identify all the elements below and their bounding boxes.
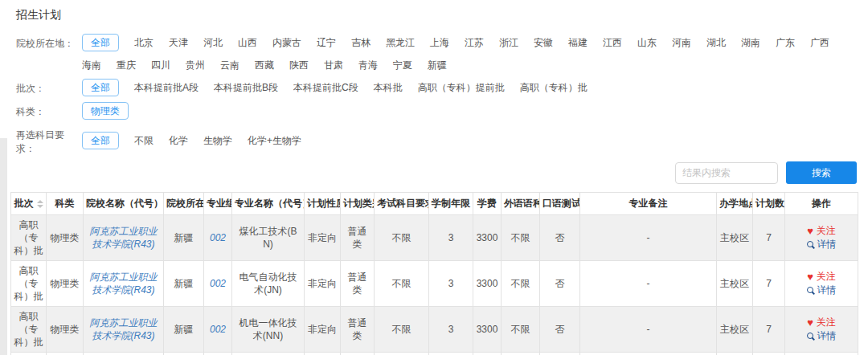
- filter-option-province-20[interactable]: 广西: [810, 35, 829, 51]
- college-link[interactable]: 阿克苏工业职业技术学院(R43): [90, 317, 158, 341]
- follow-line: ♥关注: [788, 224, 855, 238]
- filter-option-province-9[interactable]: 上海: [430, 35, 449, 51]
- cell-major: 机电一体化技术(NN): [232, 307, 305, 353]
- filter-option-province-6[interactable]: 辽宁: [317, 35, 336, 51]
- cell-plan-nature: 非定向: [305, 261, 341, 307]
- cell-oral-test: 否: [540, 307, 580, 353]
- filter-label-reselect-subject: 再选科目要求：: [16, 125, 82, 156]
- detail-link[interactable]: 详情: [817, 284, 837, 297]
- filter-option-province-25[interactable]: 云南: [220, 57, 240, 73]
- filter-option-province-3[interactable]: 河北: [203, 35, 223, 51]
- cell-province: 新疆: [164, 307, 204, 353]
- sort-icon[interactable]: [37, 200, 43, 208]
- filter-option-reselect-subject-2[interactable]: 化学: [169, 133, 188, 149]
- search-input[interactable]: [675, 162, 778, 184]
- col-header-label: 计划性质: [307, 198, 341, 209]
- filter-option-province-28[interactable]: 甘肃: [324, 57, 343, 73]
- col-header-9: 学制年限: [429, 193, 473, 215]
- cell-group: 002: [204, 215, 232, 261]
- filter-option-province-24[interactable]: 贵州: [186, 57, 205, 73]
- filter-option-province-13[interactable]: 福建: [568, 35, 588, 51]
- filter-options-province: 全部北京天津河北山西内蒙古辽宁吉林黑龙江上海江苏浙江安徽福建江西山东河南湖北湖南…: [82, 34, 860, 73]
- filter-option-subject-category-0[interactable]: 物理类: [82, 102, 129, 120]
- filter-option-province-5[interactable]: 内蒙古: [272, 35, 301, 51]
- filter-option-province-15[interactable]: 山东: [637, 35, 657, 51]
- filter-option-province-12[interactable]: 安徽: [534, 35, 553, 51]
- col-header-0[interactable]: 批次: [11, 193, 47, 215]
- filter-option-province-18[interactable]: 湖南: [741, 35, 760, 51]
- col-header-2[interactable]: 院校名称（代号）: [84, 193, 164, 215]
- filter-option-province-8[interactable]: 黑龙江: [386, 35, 415, 51]
- major-group-link[interactable]: 002: [210, 278, 226, 289]
- filter-option-province-30[interactable]: 宁夏: [393, 57, 412, 73]
- filter-option-province-4[interactable]: 山西: [238, 35, 257, 51]
- table-row: 高职（专科）批物理类阿克苏工业职业技术学院(R43)新疆002煤化工技术(BN)…: [11, 215, 858, 261]
- filter-option-province-16[interactable]: 河南: [672, 35, 691, 51]
- col-header-16: 操作: [785, 193, 858, 215]
- col-header-1: 科类: [47, 193, 84, 215]
- filter-option-province-21[interactable]: 海南: [82, 57, 101, 73]
- filter-option-province-14[interactable]: 江西: [603, 35, 622, 51]
- college-link[interactable]: 阿克苏工业职业技术学院(R43): [90, 226, 158, 250]
- filter-option-province-11[interactable]: 浙江: [499, 35, 518, 51]
- filter-option-reselect-subject-3[interactable]: 生物学: [203, 133, 232, 149]
- filter-options-reselect-subject: 全部不限化学生物学化学+生物学: [82, 125, 860, 156]
- filter-option-reselect-subject-4[interactable]: 化学+生物学: [248, 133, 301, 149]
- cell-oral-test: 否: [540, 353, 580, 355]
- cell-actions: ♥关注详情: [785, 261, 858, 307]
- col-header-15[interactable]: 计划数: [753, 193, 785, 215]
- filter-option-batch-1[interactable]: 本科提前批A段: [134, 80, 199, 96]
- cell-major: 煤化工技术(BN): [232, 215, 305, 261]
- cell-college: 阿克苏职业技术学院(C81): [84, 353, 164, 355]
- cell-years: 3: [429, 261, 473, 307]
- plan-table: 批次科类院校名称（代号）院校所在地专业组专业名称（代号）计划性质计划类别考试科目…: [10, 192, 858, 355]
- cell-years: 3: [429, 215, 473, 261]
- filter-option-batch-6[interactable]: 高职（专科）批: [520, 80, 588, 96]
- filter-option-province-19[interactable]: 广东: [776, 35, 795, 51]
- filter-option-province-27[interactable]: 陕西: [289, 57, 309, 73]
- follow-link[interactable]: 关注: [817, 270, 836, 284]
- filter-option-province-10[interactable]: 江苏: [465, 35, 484, 51]
- detail-link[interactable]: 详情: [817, 238, 837, 251]
- filter-option-province-29[interactable]: 青海: [358, 57, 378, 73]
- filter-option-reselect-subject-0[interactable]: 全部: [82, 132, 119, 149]
- major-group-link[interactable]: 002: [210, 232, 226, 243]
- follow-line: ♥关注: [788, 316, 855, 329]
- follow-link[interactable]: 关注: [817, 224, 836, 238]
- filter-option-batch-2[interactable]: 本科提前批B段: [214, 80, 278, 96]
- col-header-label: 外语语种: [504, 198, 540, 209]
- filter-option-batch-0[interactable]: 全部: [82, 79, 119, 96]
- cell-remark: -: [580, 353, 717, 355]
- heart-icon: ♥: [807, 271, 813, 282]
- filter-option-batch-3[interactable]: 本科提前批C段: [293, 80, 358, 96]
- filter-option-batch-5[interactable]: 高职（专科）提前批: [418, 80, 505, 96]
- filter-option-batch-4[interactable]: 本科批: [374, 80, 403, 96]
- col-header-11: 外语语种: [502, 193, 540, 215]
- cell-count: 7: [753, 215, 785, 261]
- search-button[interactable]: 搜索: [786, 161, 857, 184]
- cell-plan-type: 普通类: [341, 261, 375, 307]
- filter-option-province-0[interactable]: 全部: [82, 34, 119, 51]
- filter-option-province-23[interactable]: 四川: [151, 57, 170, 73]
- col-header-label: 院校名称（代号）: [86, 198, 163, 209]
- filter-options-subject-category: 物理类: [82, 102, 860, 120]
- filter-option-reselect-subject-1[interactable]: 不限: [134, 133, 154, 149]
- filter-option-province-1[interactable]: 北京: [134, 35, 154, 51]
- major-group-link[interactable]: 002: [210, 324, 226, 335]
- college-link[interactable]: 阿克苏工业职业技术学院(R43): [90, 271, 158, 296]
- filter-option-province-26[interactable]: 西藏: [255, 57, 274, 73]
- filter-option-province-2[interactable]: 天津: [169, 35, 188, 51]
- follow-link[interactable]: 关注: [817, 316, 836, 329]
- detail-link[interactable]: 详情: [817, 329, 837, 343]
- col-header-label: 计划数: [755, 198, 784, 209]
- filter-option-province-17[interactable]: 湖北: [706, 35, 726, 51]
- col-header-7: 计划类别: [341, 193, 375, 215]
- filter-option-province-31[interactable]: 新疆: [428, 57, 447, 73]
- col-header-5[interactable]: 专业名称（代号）: [232, 193, 305, 215]
- filter-option-province-22[interactable]: 重庆: [117, 57, 136, 73]
- filter-label-batch: 批次：: [16, 79, 82, 96]
- cell-category: 物理类: [47, 261, 84, 307]
- col-header-3: 院校所在地: [164, 193, 204, 215]
- filter-option-province-7[interactable]: 吉林: [351, 35, 371, 51]
- cell-campus: 主校区: [717, 215, 753, 261]
